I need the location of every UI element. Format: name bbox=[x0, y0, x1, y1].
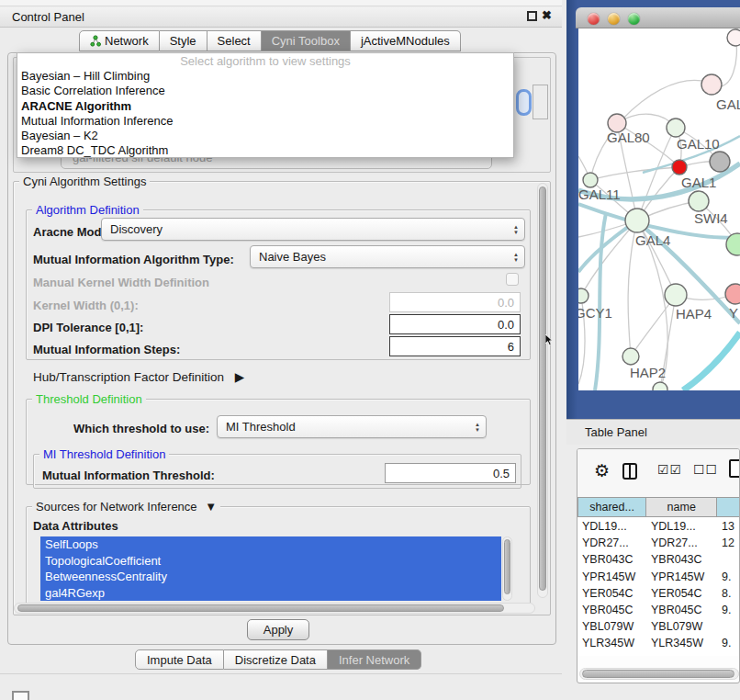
checked-columns-icon[interactable]: ☑☑ bbox=[657, 462, 682, 477]
bottom-tab-discretize-data[interactable]: Discretize Data bbox=[224, 649, 328, 670]
zoom-traffic-light-icon[interactable] bbox=[628, 13, 640, 25]
node-unlabeled[interactable] bbox=[727, 29, 740, 46]
sources-group-title[interactable]: Sources for Network Inference ▼ bbox=[32, 500, 220, 514]
document-icon[interactable] bbox=[729, 459, 740, 478]
table-cell: YDR27... bbox=[577, 536, 647, 549]
column-header-name[interactable]: name bbox=[646, 497, 717, 517]
sources-title-text: Sources for Network Inference bbox=[36, 500, 197, 514]
table-row[interactable]: YBR043CYBR043C bbox=[577, 551, 740, 568]
triangle-right-icon: ▶ bbox=[235, 370, 244, 384]
focused-combo-fragment[interactable] bbox=[516, 89, 532, 116]
mi-steps-field[interactable]: 6 bbox=[389, 336, 521, 356]
tab-network[interactable]: Network bbox=[79, 30, 160, 51]
minimized-panel-icon[interactable] bbox=[12, 691, 29, 700]
minimize-traffic-light-icon[interactable] bbox=[608, 13, 620, 25]
node-gal11[interactable] bbox=[583, 173, 598, 187]
apply-button[interactable]: Apply bbox=[247, 619, 309, 640]
mi-threshold-group-title: MI Threshold Definition bbox=[39, 447, 169, 461]
column-header-2[interactable] bbox=[717, 497, 740, 517]
table-row[interactable]: YDR27...YDR27...12 bbox=[577, 535, 740, 551]
table-header-row: shared...name bbox=[577, 497, 740, 517]
algorithm-option-bayesian-k2[interactable]: Bayesian – K2 bbox=[17, 129, 513, 143]
close-traffic-light-icon[interactable] bbox=[588, 13, 600, 25]
tab-style[interactable]: Style bbox=[160, 30, 207, 51]
node-hap2[interactable] bbox=[622, 348, 639, 365]
node-label-hap4: HAP4 bbox=[676, 306, 712, 322]
table-panel-titlebar: Table Panel bbox=[566, 419, 740, 445]
node-y[interactable] bbox=[725, 284, 740, 304]
table-row[interactable]: YPR145WYPR145W9. bbox=[577, 569, 740, 585]
node-gcy1[interactable] bbox=[578, 288, 589, 303]
which-threshold-value: MI Threshold bbox=[226, 420, 296, 434]
table-body: YDL19...YDL19...13YDR27...YDR27...12YBR0… bbox=[577, 518, 740, 656]
attribute-item-betweennesscentrality[interactable]: BetweennessCentrality bbox=[40, 569, 501, 585]
float-icon[interactable] bbox=[527, 11, 537, 21]
settings-vscrollbar-thumb[interactable] bbox=[539, 186, 546, 591]
table-cell: 9. bbox=[719, 604, 740, 616]
node-swi4[interactable] bbox=[689, 191, 709, 211]
table-hscrollbar-thumb[interactable] bbox=[582, 670, 734, 678]
attribute-item-topologicalcoefficient[interactable]: TopologicalCoefficient bbox=[40, 553, 501, 570]
close-icon[interactable]: ✖ bbox=[542, 8, 552, 22]
network-window: GALGAL80GAL10GAL1GAL11GAL4SWI4GCY1HAP4YH… bbox=[576, 7, 740, 390]
algorithm-option-aracne-algorithm[interactable]: ARACNE Algorithm bbox=[17, 99, 513, 114]
table-panel-title: Table Panel bbox=[566, 425, 647, 439]
attributes-scrollbar[interactable] bbox=[502, 536, 512, 601]
network-view[interactable]: GALGAL80GAL10GAL1GAL11GAL4SWI4GCY1HAP4YH… bbox=[578, 28, 740, 390]
bottom-tab-infer-network[interactable]: Infer Network bbox=[328, 649, 421, 670]
hub-section-toggle[interactable]: Hub/Transcription Factor Definition ▶ bbox=[33, 369, 244, 384]
node-gal10[interactable] bbox=[667, 119, 685, 137]
algorithm-option-dream8-dc-tdc-algorithm[interactable]: Dream8 DC_TDC Algorithm bbox=[17, 143, 513, 158]
algorithm-option-mutual-information-inference[interactable]: Mutual Information Inference bbox=[17, 114, 513, 129]
table-cell: YDL19... bbox=[577, 520, 647, 533]
settings-vscrollbar[interactable] bbox=[537, 183, 548, 598]
cyni-algorithm-settings-title: Cyni Algorithm Settings bbox=[19, 175, 150, 188]
node-gal4[interactable] bbox=[625, 209, 649, 232]
attribute-item-selfloops[interactable]: SelfLoops bbox=[40, 536, 501, 553]
mi-type-combo[interactable]: Naive Bayes bbox=[250, 245, 525, 268]
network-window-titlebar[interactable] bbox=[576, 7, 740, 28]
manual-kernel-checkbox[interactable] bbox=[506, 273, 519, 286]
kernel-width-field[interactable]: 0.0 bbox=[389, 292, 521, 312]
algorithm-option-basic-correlation-inference[interactable]: Basic Correlation Inference bbox=[17, 84, 513, 98]
node-label-hap2: HAP2 bbox=[630, 365, 666, 380]
table-row[interactable]: YDL19...YDL19...13 bbox=[577, 518, 740, 535]
tab-label: Select bbox=[218, 34, 251, 48]
settings-hscrollbar-thumb[interactable] bbox=[17, 604, 504, 612]
attribute-item-gal4rgexp[interactable]: gal4RGexp bbox=[40, 585, 501, 602]
algorithm-definition-title: Algorithm Definition bbox=[32, 203, 143, 217]
table-cell: 9. bbox=[719, 570, 740, 583]
bottom-tab-impute-data[interactable]: Impute Data bbox=[135, 649, 224, 670]
unchecked-columns-icon[interactable]: ☐☐ bbox=[693, 462, 718, 477]
table-row[interactable]: YBR045CYBR045C9. bbox=[577, 602, 740, 618]
tab-jactivemnodules[interactable]: jActiveMNodules bbox=[351, 30, 461, 51]
stepper-arrows-icon bbox=[508, 252, 524, 263]
aracne-mode-combo[interactable]: Discovery bbox=[101, 218, 525, 241]
tab-cyni-toolbox[interactable]: Cyni Toolbox bbox=[262, 30, 351, 51]
tab-label: Style bbox=[170, 34, 196, 48]
tab-select[interactable]: Select bbox=[207, 30, 262, 51]
attributes-scrollbar-thumb[interactable] bbox=[504, 539, 510, 594]
settings-hscrollbar[interactable] bbox=[14, 603, 535, 614]
table-row[interactable]: YIL052CYIL052C9 bbox=[577, 652, 740, 657]
node-gal1[interactable] bbox=[672, 160, 687, 175]
column-header-shared[interactable]: shared... bbox=[577, 497, 646, 517]
algorithm-option-bayesian-hill-climbing[interactable]: Bayesian – Hill Climbing bbox=[17, 69, 513, 84]
node-gal[interactable] bbox=[701, 74, 722, 95]
table-row[interactable]: YER054CYER054C8. bbox=[577, 585, 740, 602]
mi-type-value: Naive Bayes bbox=[259, 250, 326, 264]
columns-icon[interactable] bbox=[622, 463, 637, 480]
which-threshold-combo[interactable]: MI Threshold bbox=[217, 415, 487, 438]
table-cell: YBL079W bbox=[647, 620, 719, 633]
node-hap4[interactable] bbox=[665, 284, 687, 306]
table-row[interactable]: YBL079WYBL079W bbox=[577, 618, 740, 635]
dpi-tolerance-field[interactable]: 0.0 bbox=[389, 314, 521, 334]
node-unlabeled[interactable] bbox=[710, 152, 730, 172]
table-row[interactable]: YLR345WYLR345W9. bbox=[577, 635, 740, 651]
mi-threshold-field[interactable]: 0.5 bbox=[385, 463, 516, 483]
mi-steps-label: Mutual Information Steps: bbox=[33, 343, 180, 356]
gear-icon[interactable]: ⚙ bbox=[594, 460, 610, 481]
dpi-tolerance-label: DPI Tolerance [0,1]: bbox=[33, 321, 143, 334]
node-unlabeled[interactable] bbox=[653, 382, 667, 390]
table-hscrollbar[interactable] bbox=[579, 668, 739, 680]
